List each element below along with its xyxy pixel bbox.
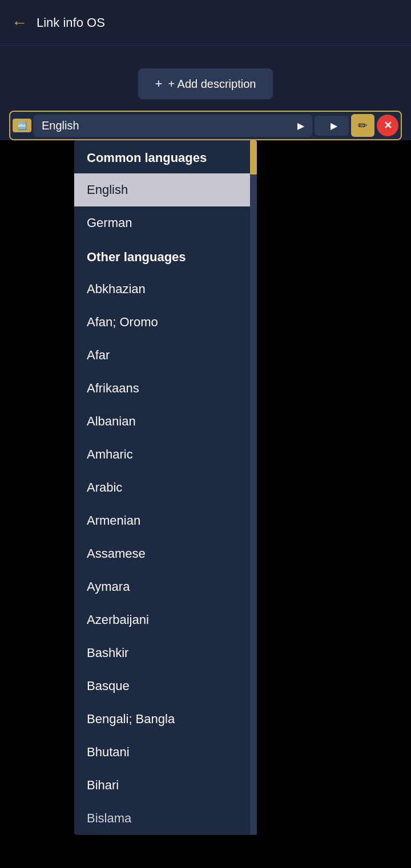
language-item-afrikaans[interactable]: Afrikaans xyxy=(74,372,250,405)
scrollbar-track[interactable] xyxy=(250,140,257,835)
black-background: Common languages English German Other la… xyxy=(0,140,411,711)
language-item-afan-oromo[interactable]: Afan; Oromo xyxy=(74,306,250,339)
close-button[interactable]: ✕ xyxy=(377,115,398,136)
edit-button[interactable]: ✏ xyxy=(351,114,374,137)
language-dropdown-menu: Common languages English German Other la… xyxy=(74,140,257,835)
language-item-armenian[interactable]: Armenian xyxy=(74,504,250,537)
language-item-label: Bhutani xyxy=(87,745,130,759)
language-item-bashkir[interactable]: Bashkir xyxy=(74,636,250,670)
language-item-label: Afan; Oromo xyxy=(87,315,158,329)
back-icon: ← xyxy=(11,14,27,32)
language-item-afar[interactable]: Afar xyxy=(74,339,250,372)
language-item-arabic[interactable]: Arabic xyxy=(74,471,250,504)
back-button[interactable]: ← xyxy=(11,14,27,32)
language-item-label: Afrikaans xyxy=(87,381,139,395)
language-item-label: Bashkir xyxy=(87,646,128,660)
add-description-row: + + Add description xyxy=(0,57,411,111)
chevron-right-icon-2: ▶ xyxy=(331,120,337,131)
language-item-albanian[interactable]: Albanian xyxy=(74,405,250,438)
language-item-label: Assamese xyxy=(87,546,146,561)
selected-language-label: English xyxy=(42,119,79,132)
common-languages-header: Common languages xyxy=(74,140,257,173)
language-item-english[interactable]: English xyxy=(74,173,250,206)
language-item-label: Albanian xyxy=(87,414,136,428)
language-item-label: Arabic xyxy=(87,480,122,494)
scrollbar-thumb[interactable] xyxy=(250,140,257,175)
translate-icon: 🔤 xyxy=(17,121,27,130)
language-item-azerbaijani[interactable]: Azerbaijani xyxy=(74,603,250,636)
language-item-label: Bengali; Bangla xyxy=(87,712,175,726)
language-item-label: Amharic xyxy=(87,447,133,461)
plus-icon: + xyxy=(155,76,163,91)
language-item-label: Afar xyxy=(87,348,110,362)
language-item-amharic[interactable]: Amharic xyxy=(74,438,250,471)
language-item-german[interactable]: German xyxy=(74,206,250,240)
language-item-label: Basque xyxy=(87,679,130,693)
content-area: + + Add description 🔤 English ▶ ▶ ✏ ✕ xyxy=(0,46,411,140)
language-item-bengali-bangla[interactable]: Bengali; Bangla xyxy=(74,703,250,736)
language-item-assamese[interactable]: Assamese xyxy=(74,537,250,570)
language-tag: 🔤 xyxy=(13,119,31,132)
language-item-label: English xyxy=(87,182,128,197)
language-dropdown-trigger[interactable]: English ▶ xyxy=(34,115,312,137)
language-item-bislama[interactable]: Bislama xyxy=(74,802,250,835)
add-description-button[interactable]: + + Add description xyxy=(138,68,273,99)
language-item-bihari[interactable]: Bihari xyxy=(74,769,250,802)
language-item-label: German xyxy=(87,216,132,230)
page-title: Link info OS xyxy=(37,15,105,30)
edit-icon: ✏ xyxy=(358,119,368,132)
add-description-label: + Add description xyxy=(168,78,256,91)
language-item-label: Aymara xyxy=(87,579,130,594)
language-item-label: Bihari xyxy=(87,778,119,792)
language-item-label: Abkhazian xyxy=(87,282,146,296)
close-icon: ✕ xyxy=(384,119,392,132)
language-item-aymara[interactable]: Aymara xyxy=(74,570,250,603)
language-item-bhutani[interactable]: Bhutani xyxy=(74,736,250,769)
second-selector[interactable]: ▶ xyxy=(315,116,349,136)
language-item-abkhazian[interactable]: Abkhazian xyxy=(74,273,250,306)
language-item-basque[interactable]: Basque xyxy=(74,670,250,703)
language-item-label: Bislama xyxy=(87,811,131,825)
top-bar: ← Link info OS xyxy=(0,0,411,46)
language-selector-row: 🔤 English ▶ ▶ ✏ ✕ xyxy=(9,111,402,140)
language-item-label: Azerbaijani xyxy=(87,613,149,627)
chevron-right-icon: ▶ xyxy=(297,120,304,131)
other-languages-header: Other languages xyxy=(74,240,257,273)
language-item-label: Armenian xyxy=(87,513,140,528)
